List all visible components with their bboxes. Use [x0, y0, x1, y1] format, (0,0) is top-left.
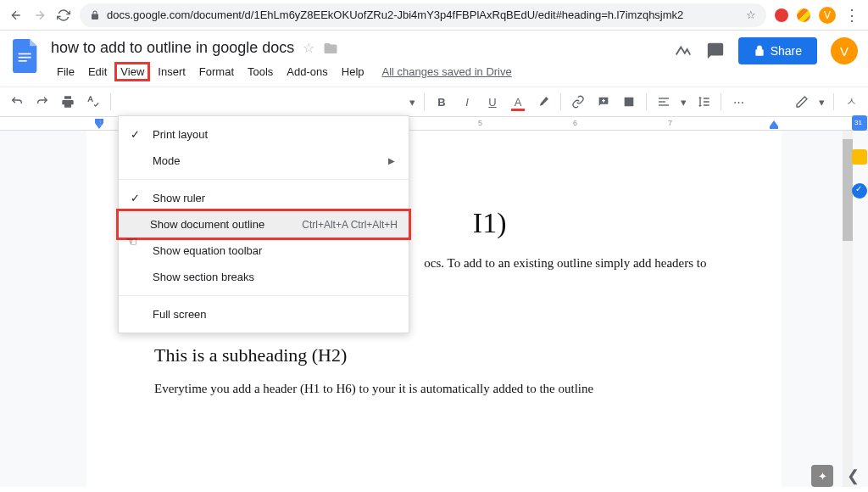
docs-header: how to add to outline in google docs ☆ F… [0, 31, 868, 81]
toolbar: ▾ B I U A ▾ ⋯ ▾ ㅅ [0, 87, 868, 117]
svg-rect-4 [659, 101, 665, 102]
activity-icon[interactable] [674, 42, 693, 60]
redo-button[interactable] [31, 90, 54, 114]
menu-full-screen[interactable]: Full screen [119, 301, 409, 327]
text-color-button[interactable]: A [506, 90, 530, 114]
menu-format[interactable]: Format [193, 62, 240, 81]
style-dropdown-arrow[interactable]: ▾ [406, 96, 419, 109]
svg-rect-3 [659, 98, 669, 98]
menu-help[interactable]: Help [336, 62, 370, 81]
url-text: docs.google.com/document/d/1EhLm6yZ8EEkO… [107, 8, 683, 21]
lock-icon [90, 10, 100, 20]
menu-insert[interactable]: Insert [152, 62, 192, 81]
extension-icon-1[interactable] [775, 8, 788, 22]
bottom-actions: ✦ ❮ [811, 465, 860, 487]
menu-print-layout[interactable]: ✓ Print layout [119, 121, 409, 148]
submenu-arrow-icon: ▶ [388, 156, 395, 165]
star-document-icon[interactable]: ☆ [303, 40, 314, 56]
more-tools-button[interactable]: ⋯ [726, 90, 750, 114]
account-avatar[interactable]: V [831, 37, 858, 64]
keep-icon[interactable] [852, 149, 867, 165]
menu-show-ruler[interactable]: ✓ Show ruler [119, 185, 409, 211]
menu-show-equation[interactable]: Show equation toolbar [119, 238, 409, 264]
ruler-tick: 7 [668, 119, 672, 127]
spellcheck-button[interactable] [81, 90, 105, 114]
forward-button[interactable] [32, 8, 47, 23]
check-icon: ✓ [131, 192, 140, 204]
save-status[interactable]: All changes saved in Drive [382, 65, 512, 78]
share-label: Share [771, 44, 802, 58]
align-dropdown[interactable]: ▾ [677, 96, 690, 109]
insert-comment-button[interactable] [592, 90, 615, 114]
underline-button[interactable]: U [481, 90, 504, 114]
bold-button[interactable]: B [430, 90, 453, 114]
paragraph-2[interactable]: Everytime you add a header (H1 to H6) to… [154, 378, 714, 399]
svg-rect-2 [19, 60, 27, 62]
lock-icon [754, 45, 765, 57]
calendar-icon[interactable] [852, 115, 867, 131]
menu-bar: File Edit View Insert Format Tools Add-o… [51, 62, 664, 81]
extension-icon-2[interactable] [797, 8, 810, 22]
svg-rect-0 [19, 53, 31, 55]
tasks-icon[interactable] [852, 183, 867, 198]
editing-mode-button[interactable] [790, 90, 814, 114]
ruler-tick: 1 [98, 119, 103, 127]
side-panel [851, 115, 868, 198]
bookmark-star-icon[interactable]: ☆ [746, 8, 756, 21]
insert-link-button[interactable] [566, 90, 590, 114]
align-button[interactable] [652, 90, 676, 114]
browser-menu-icon[interactable]: ⋮ [844, 6, 860, 25]
hide-menus-button[interactable]: ㅅ [839, 90, 863, 114]
svg-rect-5 [659, 104, 669, 105]
menu-addons[interactable]: Add-ons [281, 62, 333, 81]
mouse-cursor-icon: ☜ [125, 233, 137, 249]
insert-image-button[interactable] [617, 90, 641, 114]
check-icon: ✓ [131, 128, 140, 141]
browser-profile-avatar[interactable]: V [819, 7, 836, 24]
heading-2[interactable]: This is a subheading (H2) [154, 344, 714, 366]
keyboard-shortcut: Ctrl+Alt+A Ctrl+Alt+H [302, 219, 398, 231]
back-button[interactable] [8, 8, 24, 23]
move-document-icon[interactable] [323, 41, 338, 56]
menu-file[interactable]: File [51, 62, 81, 81]
undo-button[interactable] [5, 90, 29, 114]
menu-mode[interactable]: Mode ▶ [119, 148, 409, 174]
svg-rect-1 [19, 57, 31, 59]
menu-tools[interactable]: Tools [242, 62, 279, 81]
reload-button[interactable] [56, 8, 71, 23]
menu-view[interactable]: View [114, 62, 150, 81]
line-spacing-button[interactable] [692, 90, 715, 114]
document-title[interactable]: how to add to outline in google docs [51, 37, 294, 59]
show-side-panel-icon[interactable]: ❮ [847, 467, 860, 485]
ruler-tick: 5 [478, 119, 482, 127]
menu-edit[interactable]: Edit [82, 62, 113, 81]
ruler-tick: 6 [573, 119, 577, 127]
italic-button[interactable]: I [455, 90, 479, 114]
address-bar[interactable]: docs.google.com/document/d/1EhLm6yZ8EEkO… [80, 3, 766, 27]
menu-show-outline[interactable]: Show document outline Ctrl+Alt+A Ctrl+Al… [116, 209, 411, 240]
highlight-button[interactable] [531, 90, 555, 114]
editing-mode-dropdown[interactable]: ▾ [815, 96, 828, 109]
menu-separator [119, 295, 409, 296]
docs-logo-icon[interactable] [10, 37, 41, 75]
print-button[interactable] [56, 90, 80, 114]
share-button[interactable]: Share [738, 37, 817, 64]
right-indent-marker[interactable] [770, 120, 778, 129]
menu-separator [119, 179, 409, 180]
comments-icon[interactable] [706, 42, 725, 60]
view-menu-dropdown: ✓ Print layout Mode ▶ ✓ Show ruler Show … [118, 115, 409, 333]
explore-button[interactable]: ✦ [811, 465, 833, 487]
menu-show-section-breaks[interactable]: Show section breaks [119, 264, 409, 290]
browser-toolbar: docs.google.com/document/d/1EhLm6yZ8EEkO… [0, 0, 868, 31]
